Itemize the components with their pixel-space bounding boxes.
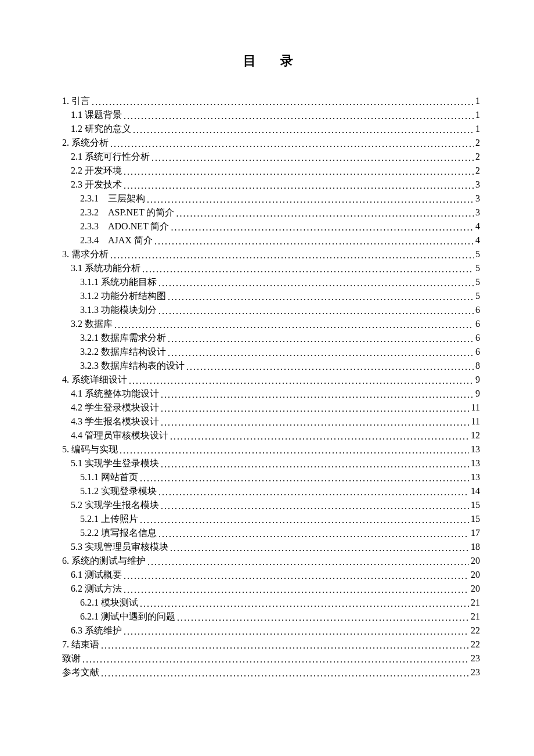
toc-entry-leader: ........................................… — [114, 318, 474, 332]
toc-entry-leader: ........................................… — [151, 151, 474, 165]
toc-entry-leader: ........................................… — [124, 569, 469, 583]
toc-entry-page: 2 — [475, 164, 480, 178]
toc-entry-page: 12 — [471, 429, 480, 442]
toc-entry[interactable]: 5.2.1 上传照片..............................… — [80, 512, 480, 526]
toc-entry-page: 1 — [475, 122, 480, 136]
toc-entry[interactable]: 4.1 系统整体功能设计............................… — [71, 387, 480, 401]
toc-entry-page: 4 — [475, 219, 480, 233]
toc-entry-label: 6.2.1 测试中遇到的问题 — [80, 610, 175, 624]
toc-entry[interactable]: 6.2 测试方法................................… — [71, 582, 480, 596]
toc-entry-page: 21 — [471, 596, 480, 610]
toc-entry[interactable]: 1. 引言...................................… — [62, 94, 480, 108]
toc-entry[interactable]: 3.2.1 数据库需求分析...........................… — [80, 331, 480, 345]
toc-entry[interactable]: 4.3 学生报名模块设计............................… — [71, 415, 480, 429]
toc-entry-leader: ........................................… — [124, 583, 469, 597]
toc-entry-label: 4.3 学生报名模块设计 — [71, 415, 159, 429]
toc-entry[interactable]: 3.1.3 功能模块划分............................… — [80, 303, 480, 317]
toc-entry-leader: ........................................… — [158, 527, 469, 541]
toc-entry-label: 2.3.1 三层架构 — [80, 192, 145, 206]
toc-entry[interactable]: 3.1.1 系统功能目标............................… — [80, 275, 480, 289]
toc-entry[interactable]: 5.2.2 填写报名信息............................… — [80, 526, 480, 540]
toc-entry[interactable]: 6.3 系统维护................................… — [71, 624, 480, 638]
toc-entry[interactable]: 致谢......................................… — [62, 651, 480, 665]
toc-entry-leader: ........................................… — [120, 444, 469, 458]
toc-entry[interactable]: 5.3 实现管理员审核模块...........................… — [71, 540, 480, 554]
toc-entry-label: 3.2.3 数据库结构表的设计 — [80, 359, 185, 373]
toc-entry[interactable]: 6. 系统的测试与维护.............................… — [62, 554, 480, 568]
toc-entry-leader: ........................................… — [124, 179, 474, 193]
toc-entry-page: 6 — [475, 345, 480, 359]
toc-entry-page: 8 — [475, 359, 480, 373]
toc-entry-label: 3.2.1 数据库需求分析 — [80, 331, 166, 345]
toc-entry-page: 5 — [475, 247, 480, 261]
toc-entry[interactable]: 1.2 研究的意义...............................… — [71, 122, 480, 136]
toc-entry-leader: ........................................… — [158, 276, 474, 290]
toc-entry-label: 2.3.2 ASP.NET 的简介 — [80, 206, 174, 219]
toc-entry[interactable]: 3.2.2 数据库结构设计...........................… — [80, 345, 480, 359]
toc-entry-leader: ........................................… — [147, 193, 474, 207]
toc-entry-page: 15 — [471, 512, 480, 526]
toc-entry-leader: ........................................… — [161, 458, 469, 471]
toc-entry-page: 3 — [475, 178, 480, 192]
toc-entry-leader: ........................................… — [161, 388, 474, 402]
toc-entry-page: 17 — [471, 526, 480, 540]
toc-entry[interactable]: 6.2.1 模块测试..............................… — [80, 596, 480, 610]
toc-entry-label: 6.2.1 模块测试 — [80, 596, 138, 610]
toc-entry[interactable]: 1.1 课题背景................................… — [71, 108, 480, 122]
toc-entry[interactable]: 2.3 开发技术................................… — [71, 178, 480, 192]
toc-entry-label: 2.3.4 AJAX 简介 — [80, 233, 153, 247]
toc-entry[interactable]: 2.3.2 ASP.NET 的简介.......................… — [80, 206, 480, 219]
toc-entry[interactable]: 参考文献....................................… — [62, 665, 480, 679]
toc-entry-page: 1 — [475, 108, 480, 122]
toc-entry[interactable]: 3.1.2 功能分析结构图...........................… — [80, 289, 480, 303]
toc-entry[interactable]: 5.2 实现学生报名模块............................… — [71, 498, 480, 512]
toc-entry-label: 5.1 实现学生登录模块 — [71, 456, 159, 470]
toc-entry-leader: ........................................… — [168, 346, 474, 360]
toc-entry-leader: ........................................… — [101, 667, 469, 681]
toc-entry[interactable]: 4.4 管理员审核模块设计...........................… — [71, 429, 480, 442]
toc-entry[interactable]: 2.3.1 三层架构..............................… — [80, 192, 480, 206]
toc-entry-label: 6.1 测试概要 — [71, 568, 122, 582]
toc-entry[interactable]: 2. 系统分析.................................… — [62, 136, 480, 150]
toc-entry-label: 6.2 测试方法 — [71, 582, 122, 596]
toc-entry-label: 3.1 系统功能分析 — [71, 261, 140, 275]
toc-entry-label: 5.1.2 实现登录模块 — [80, 484, 157, 498]
toc-entry[interactable]: 5.1.2 实现登录模块............................… — [80, 484, 480, 498]
toc-entry-leader: ........................................… — [171, 221, 474, 235]
toc-entry[interactable]: 2.3.4 AJAX 简介...........................… — [80, 233, 480, 247]
toc-entry-label: 3. 需求分析 — [62, 247, 109, 261]
toc-entry[interactable]: 3. 需求分析.................................… — [62, 247, 480, 261]
toc-entry[interactable]: 5. 编码与实现................................… — [62, 442, 480, 456]
toc-entry-page: 11 — [471, 415, 480, 429]
toc-entry[interactable]: 5.1.1 网站首页..............................… — [80, 470, 480, 484]
toc-entry[interactable]: 4.2 学生登录模块设计............................… — [71, 401, 480, 415]
toc-entry-label: 5.3 实现管理员审核模块 — [71, 540, 168, 554]
toc-entry-label: 6. 系统的测试与维护 — [62, 554, 146, 568]
toc-entry[interactable]: 2.2 开发环境................................… — [71, 164, 480, 178]
toc-entry-page: 13 — [471, 442, 480, 456]
toc-entry[interactable]: 5.1 实现学生登录模块............................… — [71, 456, 480, 470]
toc-entry-label: 5.2.2 填写报名信息 — [80, 526, 157, 540]
toc-entry[interactable]: 6.1 测试概要................................… — [71, 568, 480, 582]
toc-entry[interactable]: 3.1 系统功能分析..............................… — [71, 261, 480, 275]
toc-entry-page: 13 — [471, 456, 480, 470]
toc-entry-label: 参考文献 — [62, 665, 99, 679]
toc-entry-label: 1. 引言 — [62, 94, 90, 108]
toc-entry-label: 3.2.2 数据库结构设计 — [80, 345, 166, 359]
toc-entry-leader: ........................................… — [110, 137, 474, 151]
toc-entry[interactable]: 2.3.3 ADO.NET 简介........................… — [80, 219, 480, 233]
document-page: 目 录 1. 引言...............................… — [0, 0, 534, 749]
toc-entry[interactable]: 4. 系统详细设计...............................… — [62, 373, 480, 387]
toc-entry-label: 4. 系统详细设计 — [62, 373, 127, 387]
toc-entry[interactable]: 3.2 数据库.................................… — [71, 317, 480, 331]
toc-entry-label: 5. 编码与实现 — [62, 442, 118, 456]
toc-entry-page: 18 — [471, 540, 480, 554]
toc-entry-leader: ........................................… — [82, 653, 469, 667]
toc-entry-page: 2 — [475, 136, 480, 150]
toc-entry-leader: ........................................… — [110, 249, 474, 262]
toc-entry[interactable]: 2.1 系统可行性分析.............................… — [71, 150, 480, 164]
table-of-contents: 1. 引言...................................… — [62, 94, 480, 679]
toc-entry[interactable]: 3.2.3 数据库结构表的设计.........................… — [80, 359, 480, 373]
toc-entry[interactable]: 6.2.1 测试中遇到的问题..........................… — [80, 610, 480, 624]
toc-entry[interactable]: 7. 结束语..................................… — [62, 638, 480, 651]
